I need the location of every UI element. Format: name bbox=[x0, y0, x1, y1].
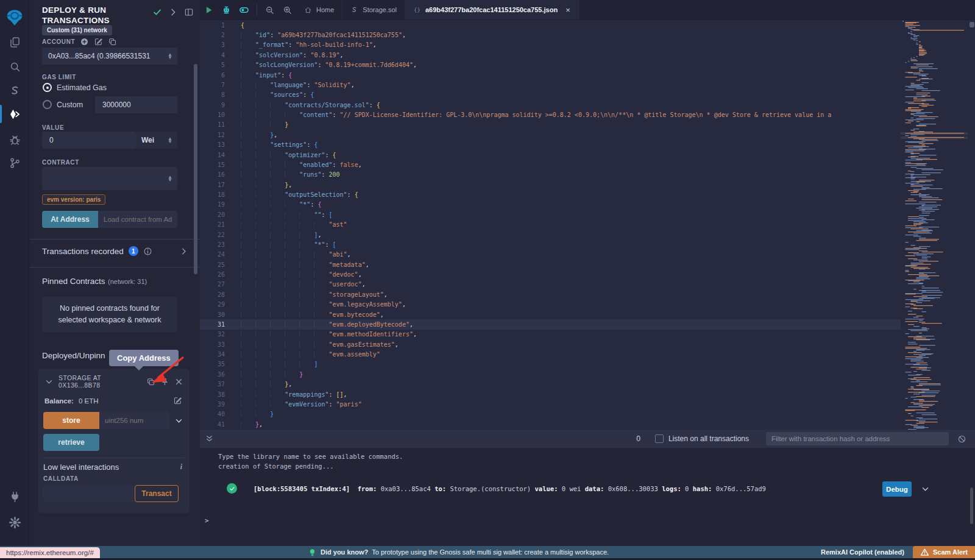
tab-storage-sol[interactable]: Storage.sol bbox=[342, 0, 405, 19]
expand-args-icon[interactable] bbox=[174, 416, 183, 425]
transact-button[interactable]: Transact bbox=[135, 485, 179, 502]
code-line[interactable]: 12 }, bbox=[200, 130, 901, 140]
pin-panel-icon[interactable] bbox=[184, 7, 194, 17]
code-line[interactable]: 37 }, bbox=[200, 380, 901, 389]
terminal-scrollbar[interactable] bbox=[970, 487, 973, 524]
run-script-icon[interactable] bbox=[204, 5, 214, 15]
panel-scrollbar[interactable] bbox=[194, 64, 197, 274]
editor-scrollbar[interactable] bbox=[970, 22, 974, 27]
code-line[interactable]: 29 "evm.legacyAssembly", bbox=[200, 300, 901, 310]
account-select[interactable]: 0xA03...85ac4 (0.39866531531 ▲▼ bbox=[42, 48, 177, 65]
code-line[interactable]: 9 "contracts/Storage.sol": { bbox=[200, 100, 901, 110]
solidity-compiler-icon[interactable] bbox=[0, 80, 29, 101]
file-explorer-icon[interactable] bbox=[0, 32, 29, 52]
deploy-run-icon[interactable] bbox=[0, 104, 29, 124]
debug-button[interactable]: Debug bbox=[882, 481, 912, 497]
code-line[interactable]: 3 "_format": "hh-sol-build-info-1", bbox=[200, 40, 901, 50]
code-line[interactable]: 24 "abi", bbox=[200, 250, 901, 260]
git-icon[interactable] bbox=[0, 152, 29, 173]
editor-minimap[interactable] bbox=[901, 20, 968, 430]
toggle-assistant-icon[interactable] bbox=[239, 5, 249, 15]
code-line[interactable]: 30 "evm.bytecode", bbox=[200, 310, 901, 319]
listen-all-checkbox[interactable] bbox=[655, 434, 664, 443]
code-line[interactable]: 17 }, bbox=[200, 180, 901, 190]
code-line[interactable]: 16 "runs": 200 bbox=[200, 170, 901, 180]
value-input[interactable] bbox=[42, 132, 136, 149]
plugin-manager-icon[interactable] bbox=[0, 486, 29, 507]
scam-alert-button[interactable]: Scam Alert bbox=[913, 546, 975, 558]
code-line[interactable]: 20 "": [ bbox=[200, 210, 901, 219]
code-line[interactable]: 35 ] bbox=[200, 360, 901, 369]
contract-select[interactable]: ▲▼ bbox=[42, 167, 177, 190]
code-line[interactable]: 11 } bbox=[200, 120, 901, 130]
code-line[interactable]: 10 "content": "// SPDX-License-Identifie… bbox=[200, 110, 901, 119]
close-tab-icon[interactable]: × bbox=[566, 5, 570, 15]
code-line[interactable]: 5 "solcLongVersion": "0.8.19+commit.7dd6… bbox=[200, 60, 901, 70]
code-line[interactable]: 8 "sources": { bbox=[200, 90, 901, 100]
code-line[interactable]: 28 "storageLayout", bbox=[200, 289, 901, 299]
at-address-button[interactable]: At Address bbox=[42, 211, 98, 228]
copy-address-icon[interactable] bbox=[146, 377, 155, 386]
code-line[interactable]: 32 "evm.methodIdentifiers", bbox=[200, 330, 901, 339]
code-line[interactable]: 34 "evm.assembly" bbox=[200, 349, 901, 359]
info-icon[interactable] bbox=[143, 247, 152, 256]
settings-icon[interactable] bbox=[0, 512, 29, 533]
code-area[interactable]: 1{2 "id": "a69b43f277ba20fcac141151250ca… bbox=[200, 20, 901, 430]
remixai-icon[interactable] bbox=[221, 5, 232, 15]
code-line[interactable]: 25 "metadata", bbox=[200, 260, 901, 269]
add-account-icon[interactable] bbox=[80, 37, 89, 46]
debugger-icon[interactable] bbox=[0, 129, 29, 150]
expand-transactions-icon[interactable] bbox=[179, 247, 188, 256]
filter-transactions-input[interactable] bbox=[766, 432, 949, 445]
expand-tx-icon[interactable] bbox=[921, 484, 930, 494]
code-line[interactable]: 36 } bbox=[200, 369, 901, 379]
code-line[interactable]: 7 "language": "Solidity", bbox=[200, 80, 901, 90]
zoom-out-icon[interactable] bbox=[264, 5, 275, 15]
code-line[interactable]: 4 "solcVersion": "0.8.19", bbox=[200, 50, 901, 60]
code-line[interactable]: 27 "userdoc", bbox=[200, 280, 901, 289]
code-line[interactable]: 6 "input": { bbox=[200, 70, 901, 80]
code-line[interactable]: 15 "enabled": false, bbox=[200, 160, 901, 169]
collapse-instance-icon[interactable] bbox=[44, 377, 54, 386]
calldata-input[interactable] bbox=[43, 485, 133, 502]
tab-build-info-json[interactable]: a69b43f277ba20fcac141151250ca755.json× bbox=[405, 0, 579, 19]
retrieve-function-button[interactable]: retrieve bbox=[43, 434, 99, 451]
code-line[interactable]: 41 }, bbox=[200, 419, 901, 429]
code-line[interactable]: 1{ bbox=[200, 20, 901, 30]
code-line[interactable]: 26 "devdoc", bbox=[200, 269, 901, 279]
clear-console-icon[interactable] bbox=[957, 434, 966, 444]
code-line[interactable]: 13 "settings": { bbox=[200, 140, 901, 150]
remix-logo[interactable] bbox=[0, 7, 29, 28]
code-line[interactable]: 40 } bbox=[200, 409, 901, 419]
code-line[interactable]: 23 "*": [ bbox=[200, 239, 901, 249]
value-unit-select[interactable]: Wei ▲▼ bbox=[136, 132, 177, 149]
tx-log-entry[interactable]: [block:5583405 txIndex:4] from: 0xa03...… bbox=[254, 485, 766, 492]
store-function-button[interactable]: store bbox=[43, 412, 99, 429]
code-line[interactable]: 18 "outputSelection": { bbox=[200, 190, 901, 199]
collapse-terminal-icon[interactable] bbox=[205, 434, 214, 444]
code-line[interactable]: 33 "evm.gasEstimates", bbox=[200, 339, 901, 349]
copy-account-icon[interactable] bbox=[108, 37, 117, 46]
code-line[interactable]: 22 ], bbox=[200, 230, 901, 239]
info-icon[interactable]: i bbox=[180, 463, 182, 472]
stepper-icon[interactable]: ▲▼ bbox=[168, 137, 172, 143]
zoom-in-icon[interactable] bbox=[282, 5, 292, 15]
load-contract-input[interactable] bbox=[98, 211, 177, 228]
code-line[interactable]: 39 "evmVersion": "paris" bbox=[200, 399, 901, 409]
code-line[interactable]: 14 "optimizer": { bbox=[200, 150, 901, 160]
tab-home[interactable]: Home bbox=[296, 0, 342, 19]
custom-gas-input[interactable] bbox=[95, 96, 177, 113]
custom-gas-radio[interactable] bbox=[43, 100, 52, 109]
code-line[interactable]: 31 "evm.deployedBytecode", bbox=[200, 319, 901, 329]
stepper-icon[interactable]: ▲▼ bbox=[168, 175, 172, 182]
code-line[interactable]: 38 "remappings": [], bbox=[200, 389, 901, 399]
code-line[interactable]: 19 "*": { bbox=[200, 200, 901, 210]
edit-account-icon[interactable] bbox=[94, 37, 103, 46]
store-arg-input[interactable] bbox=[99, 412, 169, 429]
code-line[interactable]: 2 "id": "a69b43f277ba20fcac141151250ca75… bbox=[200, 30, 901, 40]
code-line[interactable]: 21 "ast" bbox=[200, 220, 901, 230]
copilot-status[interactable]: RemixAI Copilot (enabled) bbox=[821, 548, 904, 556]
estimated-gas-radio[interactable] bbox=[43, 83, 52, 92]
edit-balance-icon[interactable] bbox=[173, 396, 182, 405]
pin-contract-icon[interactable] bbox=[160, 377, 169, 386]
